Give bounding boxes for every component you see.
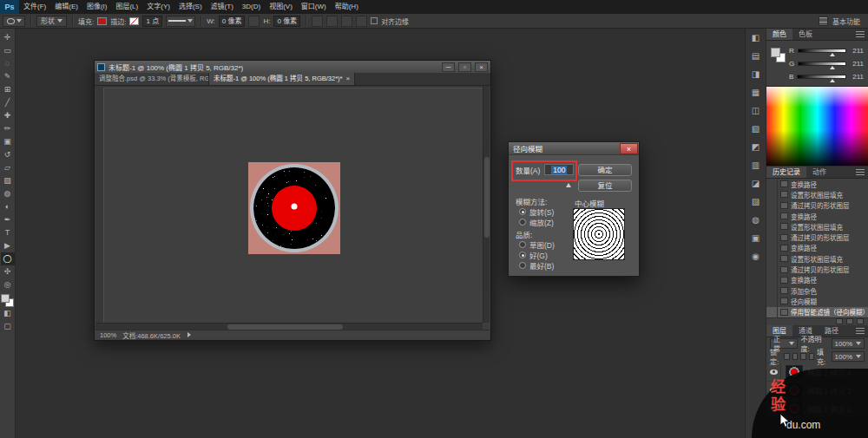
menu-select[interactable]: 选择(S) [174, 0, 207, 14]
collapsed-panel-icon[interactable]: ▤ [749, 50, 763, 62]
lock-all-icon[interactable] [809, 353, 814, 360]
collapsed-panel-icon[interactable]: ▦ [749, 87, 763, 99]
radio-good-icon[interactable] [519, 252, 526, 258]
path-arrangement-icon[interactable] [341, 16, 352, 27]
shape-height-field[interactable]: 0 像素 [273, 16, 300, 27]
quality-good-option[interactable]: 好(G) [519, 250, 548, 260]
history-source-checkbox[interactable] [766, 243, 778, 253]
visibility-cell[interactable] [766, 363, 781, 381]
menu-window[interactable]: 窗口(W) [297, 0, 331, 14]
collapsed-panel-icon[interactable]: ▣ [749, 232, 763, 245]
history-state[interactable]: 通过拷贝的形状图层 [766, 264, 868, 274]
gradient-tool[interactable]: ▨ [1, 174, 15, 187]
delete-state-icon[interactable] [857, 318, 864, 324]
quick-mask-mode-button[interactable]: ◧ [1, 307, 15, 320]
amount-slider-marker[interactable] [566, 183, 571, 187]
status-options-icon[interactable] [187, 332, 191, 337]
new-document-from-state-icon[interactable] [836, 318, 843, 324]
marquee-tool[interactable]: ▭ [1, 44, 15, 57]
collapsed-panel-icon[interactable]: ▧ [749, 123, 763, 135]
tab-actions[interactable]: 动作 [806, 167, 832, 178]
menu-image[interactable]: 图像(I) [82, 0, 112, 14]
history-state[interactable]: 变换路径 [766, 243, 868, 253]
blur-tool[interactable]: ◍ [1, 187, 15, 200]
foreground-color-swatch[interactable] [771, 48, 780, 57]
pen-tool[interactable]: ✒ [1, 213, 15, 226]
radio-zoom-icon[interactable] [519, 219, 526, 226]
vertical-scrollbar[interactable] [483, 86, 490, 323]
stroke-width-field[interactable]: 1 点 [142, 16, 162, 27]
tool-mode-select[interactable]: 形状 [36, 16, 67, 27]
link-dimensions-icon[interactable] [248, 16, 260, 27]
collapsed-panel-icon[interactable]: ▥ [749, 160, 763, 172]
collapsed-panel-icon[interactable]: ▨ [749, 196, 763, 208]
color-panel-swatches[interactable] [771, 48, 786, 62]
close-tab-icon[interactable]: × [346, 73, 351, 85]
tab-document-2[interactable]: 未标题-1 @ 100% (椭圆 1 拷贝 5, RGB/32*)* × [209, 73, 355, 85]
align-edges-checkbox[interactable] [371, 17, 378, 24]
fill-swatch[interactable] [97, 17, 107, 25]
amount-field[interactable]: 100 [544, 164, 574, 175]
history-state[interactable]: 通过拷贝的形状图层 [766, 200, 868, 211]
foreground-color-swatch[interactable] [1, 294, 10, 303]
menu-filter[interactable]: 滤镜(T) [207, 0, 238, 14]
history-brush-tool[interactable]: ↺ [1, 148, 15, 161]
new-snapshot-icon[interactable] [846, 318, 853, 324]
eyedropper-tool[interactable]: ╱ [1, 96, 15, 109]
menu-help[interactable]: 帮助(H) [331, 0, 363, 14]
green-value[interactable]: 211 [850, 60, 864, 68]
restore-button[interactable]: ▫ [458, 62, 471, 72]
history-source-checkbox[interactable] [766, 200, 778, 211]
green-slider[interactable] [798, 62, 846, 66]
blue-value[interactable]: 211 [850, 73, 864, 81]
history-state-selected[interactable]: 停用智能滤镜（径向模糊） [766, 307, 868, 317]
zoom-level[interactable]: 100% [100, 331, 116, 339]
foreground-background-swatches[interactable] [1, 294, 14, 307]
tab-document-1[interactable]: 调整融合.psd @ 33.3% (背景模板, RGB/8)* [95, 73, 209, 85]
stroke-type-select[interactable] [166, 16, 195, 27]
canvas-area[interactable] [95, 86, 483, 323]
workspace-switcher[interactable]: 基本功能 [819, 16, 865, 26]
collapsed-panel-icon[interactable]: ◫ [749, 105, 763, 117]
blue-slider[interactable] [797, 75, 846, 79]
collapsed-panel-icon[interactable]: ◧ [749, 32, 763, 44]
shape-width-field[interactable]: 0 像素 [219, 16, 246, 27]
history-state[interactable]: 设置形状图层填充 [766, 189, 868, 199]
crop-tool[interactable]: ⊞ [1, 83, 15, 96]
history-source-checkbox[interactable] [766, 253, 778, 264]
color-spectrum-picker[interactable] [766, 86, 868, 167]
document-title-bar[interactable]: 未标题-1 @ 100% (椭圆 1 拷贝 5, RGB/32*) ─ ▫ × [95, 61, 490, 73]
brush-tool[interactable]: ✏ [1, 122, 15, 135]
tab-swatches[interactable]: 色板 [792, 29, 819, 40]
eye-icon[interactable] [770, 369, 778, 375]
hand-tool[interactable]: ✣ [1, 265, 15, 278]
radio-best-icon[interactable] [519, 262, 526, 269]
reset-button[interactable]: 复位 [578, 180, 632, 192]
history-state[interactable]: 添加杂色 [766, 285, 868, 296]
move-tool[interactable]: ✛ [1, 31, 15, 44]
history-state[interactable]: 变换路径 [766, 211, 868, 221]
history-state[interactable]: 通过拷贝的形状图层 [766, 232, 868, 242]
history-source-checkbox[interactable] [766, 232, 778, 242]
collapsed-panel-icon[interactable]: ◉ [749, 251, 763, 263]
history-source-checkbox[interactable] [766, 307, 778, 317]
healing-brush-tool[interactable]: ✚ [1, 109, 15, 122]
gear-icon[interactable] [356, 16, 367, 27]
history-state[interactable]: 设置形状图层填充 [766, 221, 868, 232]
menu-3d[interactable]: 3D(D) [238, 0, 265, 14]
collapsed-panel-icon[interactable]: ◪ [749, 178, 763, 190]
quick-selection-tool[interactable]: ✎ [1, 70, 15, 83]
path-operations-icon[interactable] [312, 16, 323, 27]
minimize-button[interactable]: ─ [442, 62, 455, 72]
history-source-checkbox[interactable] [766, 179, 778, 189]
canvas-artwork[interactable] [248, 162, 340, 254]
vertical-scroll-thumb[interactable] [484, 157, 490, 238]
history-source-checkbox[interactable] [766, 189, 778, 199]
opacity-select[interactable]: 100% [832, 338, 865, 349]
history-source-checkbox[interactable] [766, 285, 778, 296]
eraser-tool[interactable]: ▱ [1, 161, 15, 174]
history-source-checkbox[interactable] [766, 296, 778, 306]
menu-layer[interactable]: 图层(L) [111, 0, 142, 14]
history-state[interactable]: 设置形状图层填充 [766, 253, 868, 264]
radio-draft-icon[interactable] [519, 241, 526, 248]
